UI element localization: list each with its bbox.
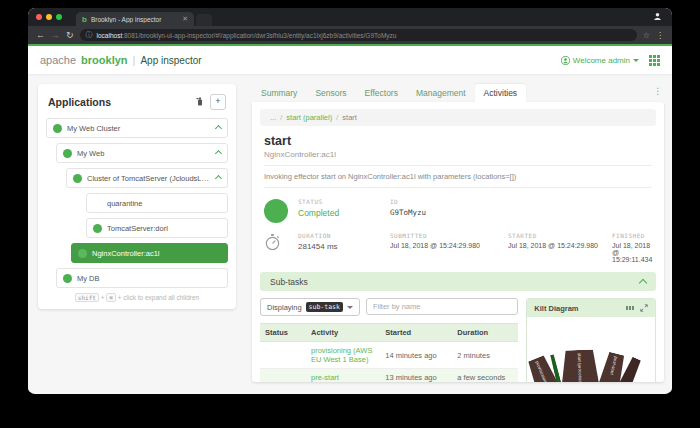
status-label: STATUS (298, 198, 390, 205)
tree-item-my-web-cluster[interactable]: My Web Cluster (46, 118, 228, 138)
tab-overflow-menu-icon[interactable]: ⋮ (653, 86, 662, 96)
table-view-icon[interactable] (626, 306, 635, 311)
tree-item-label: NginxController:ac1l (92, 249, 221, 258)
id-value: G9ToMyzu (390, 208, 652, 217)
back-icon[interactable]: ← (36, 31, 45, 40)
applications-header: Applications + (48, 94, 226, 110)
tree-item-label: My Web Cluster (67, 124, 212, 133)
activity-link[interactable]: provisioning (AWS EU West 1 Base) (311, 346, 372, 364)
entity-tabs: Summary Sensors Effectors Management Act… (252, 84, 664, 102)
submitted-value: Jul 18, 2018 @ 15:24:29.980 (390, 242, 508, 249)
col-duration[interactable]: Duration (452, 324, 518, 342)
col-status[interactable]: Status (260, 324, 306, 342)
add-application-button[interactable]: + (210, 94, 226, 110)
breadcrumb: ... / start (parallel) / start (260, 109, 656, 126)
tab-management[interactable]: Management (407, 84, 475, 102)
bookmark-star-icon[interactable]: ☆ (643, 31, 650, 40)
tree-item-my-web[interactable]: My Web (56, 143, 228, 163)
browser-menu-icon[interactable]: ⋮ (656, 31, 664, 40)
url-host: localhost (97, 32, 123, 39)
chevron-up-icon[interactable] (215, 124, 222, 131)
tab-summary[interactable]: Summary (252, 84, 306, 102)
new-tab-button[interactable] (196, 14, 212, 26)
tab-effectors[interactable]: Effectors (356, 84, 407, 102)
displaying-label: Displaying (267, 303, 302, 312)
table-row[interactable]: provisioning (AWS EU West 1 Base) 14 min… (260, 342, 518, 369)
filter-input[interactable] (366, 298, 518, 315)
tree-item-cluster[interactable]: Cluster of TomcatServer (JcloudsLocation… (66, 168, 228, 188)
subtasks-title: Sub-tasks (270, 277, 308, 287)
browser-extension-icon[interactable] (653, 12, 662, 21)
tree-item-quarantine[interactable]: quarantine (86, 193, 228, 213)
displaying-value-badge: sub-task (306, 302, 343, 312)
tree-item-nginxcontroller-selected[interactable]: NginxController:ac1l (71, 243, 228, 263)
brand[interactable]: apache brooklyn | App inspector (40, 54, 202, 66)
applications-title: Applications (48, 96, 111, 108)
app-header: apache brooklyn | App inspector Welcome … (28, 46, 672, 74)
duration-label: DURATION (298, 232, 390, 239)
status-dot-icon (63, 274, 72, 283)
site-info-icon[interactable]: ⓘ (86, 30, 93, 40)
breadcrumb-ellipsis[interactable]: ... (270, 113, 276, 122)
entity-subtitle: NginxController:ac1l (264, 150, 652, 159)
content: Applications + My Web Cluster My We (28, 74, 672, 382)
task-status-icon (264, 199, 288, 223)
col-activity[interactable]: Activity (306, 324, 380, 342)
tree-item-my-db[interactable]: My DB (56, 268, 228, 288)
status-dot-icon (78, 249, 87, 258)
address-bar[interactable]: ⓘ localhost:8081/brooklyn-ui-app-inspect… (80, 29, 637, 41)
apps-grid-icon[interactable] (649, 55, 660, 66)
subtasks-table: Status Activity Started Duration (260, 323, 518, 382)
refresh-icon[interactable]: ↻ (66, 31, 74, 40)
chevron-up-icon[interactable] (215, 174, 222, 181)
stopwatch-icon (264, 233, 281, 251)
breadcrumb-parent[interactable]: start (parallel) (286, 113, 332, 122)
subtasks-area: Displaying sub-task Status (252, 298, 664, 382)
activity-link[interactable]: pre-start (311, 373, 339, 382)
status-dot-icon (73, 174, 82, 183)
browser-toolbar: ← → ↻ ⓘ localhost:8081/brooklyn-ui-app-i… (28, 26, 672, 44)
user-icon (561, 56, 570, 65)
expand-icon[interactable] (640, 304, 648, 312)
table-row[interactable]: pre-start 13 minutes ago a few seconds (260, 369, 518, 383)
col-started[interactable]: Started (380, 324, 452, 342)
expand-hint: shift + ⌘ + click to expand all children (46, 294, 228, 301)
maximize-window-button[interactable] (56, 14, 62, 20)
tab-title: Brooklyn - App inspector (91, 16, 179, 23)
page-title: start (264, 134, 652, 148)
hint-text: click to expand all children (123, 294, 199, 301)
user-menu[interactable]: Welcome admin (561, 56, 639, 65)
tab-sensors[interactable]: Sensors (306, 84, 355, 102)
url-path: :8081/brooklyn-ui-app-inspector/#!/appli… (122, 32, 396, 39)
kilt-diagram[interactable]: provisioning start (processes) post-star… (527, 317, 655, 382)
window-controls (36, 14, 62, 20)
close-window-button[interactable] (36, 14, 42, 20)
chevron-down-icon (347, 306, 353, 309)
forward-icon[interactable]: → (51, 31, 60, 40)
activity-card: ... / start (parallel) / start start Ngi… (252, 102, 664, 382)
tree-item-label: Cluster of TomcatServer (JcloudsLocation… (87, 174, 212, 183)
tree-item-tomcatserver[interactable]: TomcatServer:dorl (86, 218, 228, 238)
kilt-title: Kilt Diagram (534, 304, 578, 313)
browser-tab[interactable]: b Brooklyn - App inspector ✕ (76, 12, 194, 26)
brand-divider: | (133, 54, 136, 66)
collapse-chevron-icon[interactable] (639, 279, 647, 287)
shift-key: shift (75, 293, 99, 302)
tab-close-icon[interactable]: ✕ (182, 15, 188, 23)
duration-value: 281454 ms (298, 242, 390, 251)
tree-item-label: My DB (77, 274, 221, 283)
subtasks-section-header[interactable]: Sub-tasks (260, 272, 656, 291)
status-dot-placeholder (93, 199, 102, 208)
brooklyn-favicon: b (82, 15, 87, 24)
divider (264, 187, 652, 188)
displaying-dropdown[interactable]: Displaying sub-task (260, 298, 360, 316)
tab-activities[interactable]: Activities (475, 84, 527, 102)
minimize-window-button[interactable] (46, 14, 52, 20)
brand-apache: apache (40, 54, 76, 66)
header-right: Welcome admin (561, 55, 660, 66)
finished-value: Jul 18, 2018 @ 15:29:11.434 (612, 242, 652, 263)
kilt-segment-start-processes[interactable]: start (processes) (560, 349, 602, 382)
submitted-label: SUBMITTED (390, 232, 508, 239)
chevron-up-icon[interactable] (215, 149, 222, 156)
bell-icon[interactable] (196, 97, 204, 107)
